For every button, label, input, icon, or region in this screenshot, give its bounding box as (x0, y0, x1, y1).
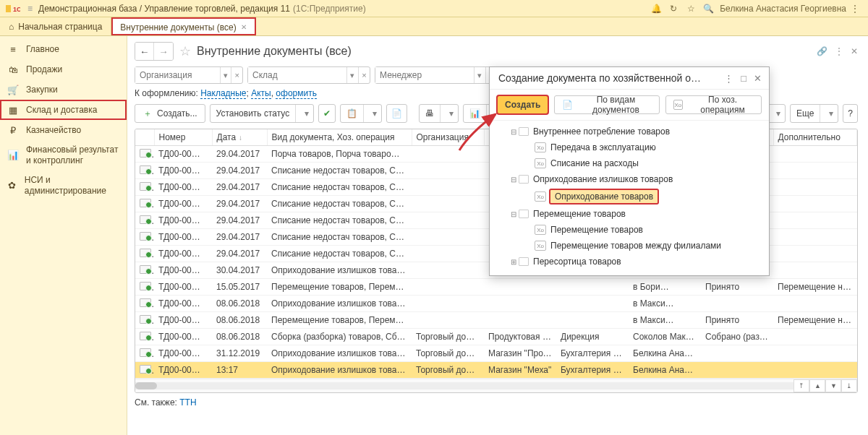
column-header[interactable]: Организация (412, 129, 484, 146)
filter-warehouse[interactable]: ▾ × (247, 66, 370, 84)
tree-item[interactable]: ХоПередача в эксплуатацию (495, 139, 763, 155)
close-page-icon[interactable]: ✕ (851, 46, 858, 56)
sidebar-item-purchases[interactable]: 🛒 Закупки (0, 79, 127, 100)
bell-icon[interactable]: 🔔 (647, 0, 665, 17)
sidebar-item-finance[interactable]: 📊 Финансовый результат и контроллинг (0, 140, 127, 171)
sidebar-item-treasury[interactable]: ₽ Казначейство (0, 120, 127, 140)
filter-manager-input[interactable] (375, 67, 474, 83)
pending-link-create[interactable]: оформить (276, 88, 317, 99)
chevron-down-icon[interactable]: ▾ (825, 108, 838, 119)
cell-dept (556, 279, 629, 296)
clear-icon[interactable]: × (231, 67, 242, 83)
tab-internal-docs[interactable]: Внутренние документы (все) ✕ (111, 17, 255, 35)
chevron-down-icon[interactable]: ▾ (772, 108, 785, 119)
close-icon[interactable]: ✕ (754, 73, 762, 84)
nav-forward-button[interactable]: → (154, 43, 173, 60)
cell-kind: Перемещение товаров, Перем… (267, 279, 412, 296)
tree-toggle-icon[interactable]: ⊞ (509, 258, 519, 266)
overflow-icon[interactable]: ⋮ (846, 0, 864, 17)
horizontal-scrollbar[interactable] (135, 382, 793, 389)
menu-dots-icon[interactable]: ⋮ (835, 46, 843, 56)
sidebar-item-nsi[interactable]: ✿ НСИ и администрирование (0, 171, 127, 201)
pending-link-naklad[interactable]: Накладные (200, 88, 246, 99)
chevron-down-icon[interactable]: ▾ (445, 108, 458, 119)
sidebar-item-label: Продажи (26, 64, 62, 74)
star-icon[interactable]: ☆ (682, 0, 699, 17)
tree-item[interactable]: ХоПеремещение товаров (495, 222, 763, 238)
link-icon[interactable]: 🔗 (817, 46, 827, 56)
maximize-icon[interactable]: □ (741, 73, 746, 84)
dialog-by-doc-button[interactable]: 📄 По видам документов (554, 95, 659, 114)
column-header[interactable]: Номер (154, 129, 212, 146)
clipboard-button[interactable]: 📋 ▾ (340, 104, 382, 123)
cell-icon (135, 196, 154, 212)
operation-tree[interactable]: ⊟Внутреннее потребление товаровХоПередач… (490, 120, 769, 275)
scroll-bottom-button[interactable]: ⤓ (841, 379, 857, 392)
column-header[interactable]: Дополнительно (773, 129, 857, 146)
column-header[interactable]: Дата↓ (212, 129, 267, 146)
filter-manager[interactable]: ▾ × (375, 66, 498, 84)
clear-icon[interactable]: × (358, 67, 370, 83)
app-subtitle: (1С:Предприятие) (293, 4, 366, 14)
tab-start-page[interactable]: ⌂ Начальная страница (0, 17, 111, 35)
tree-item[interactable]: ХоОприходование товаров (495, 187, 763, 206)
scroll-top-button[interactable]: ⤒ (793, 379, 809, 392)
table-row[interactable]: ТД00-00…15.05.2017Перемещение товаров, П… (135, 279, 857, 296)
history-icon[interactable]: ↻ (665, 0, 682, 17)
filter-organization[interactable]: ▾ × (135, 66, 243, 84)
tree-folder[interactable]: ⊟Оприходование излишков товаров (495, 171, 763, 187)
sidebar-item-warehouse[interactable]: ▦ Склад и доставка (0, 100, 127, 120)
filter-warehouse-input[interactable] (248, 67, 346, 83)
cell-date: 15.05.2017 (212, 279, 267, 296)
table-row[interactable]: ТД00-00…08.06.2018Перемещение товаров, П… (135, 312, 857, 329)
scroll-down-button[interactable]: ▼ (825, 379, 841, 392)
tree-folder[interactable]: ⊟Перемещение товаров (495, 206, 763, 222)
tree-folder[interactable]: ⊞Пересортица товаров (495, 254, 763, 270)
tree-toggle-icon[interactable]: ⊟ (509, 128, 519, 136)
dialog-by-op-label: По хоз. операциям (692, 95, 754, 115)
column-header[interactable] (135, 129, 154, 146)
more-button[interactable]: Еще ▾ (790, 104, 838, 123)
chevron-down-icon[interactable]: ▾ (300, 108, 313, 119)
tree-toggle-icon[interactable]: ⊟ (509, 176, 519, 184)
clipboard-icon: 📋 (346, 108, 357, 119)
dropdown-icon[interactable]: ▾ (346, 67, 358, 83)
document-icon (140, 365, 151, 374)
dropdown-icon[interactable]: ▾ (474, 67, 485, 83)
tree-folder[interactable]: ⊟Внутреннее потребление товаров (495, 124, 763, 139)
menu-dots-icon[interactable]: ⋮ (724, 73, 733, 84)
print-button[interactable]: 🖶 ▾ (419, 104, 459, 123)
cell-add (773, 179, 857, 196)
close-icon[interactable]: ✕ (241, 23, 247, 31)
sidebar-item-main[interactable]: ≡ Главное (0, 39, 127, 59)
main-menu-icon[interactable]: ≡ (22, 4, 38, 14)
pending-link-acts[interactable]: Акты (251, 88, 271, 99)
tree-toggle-icon[interactable]: ⊟ (509, 210, 519, 218)
tree-item[interactable]: ХоПеремещение товаров между филиалами (495, 238, 763, 254)
cell-num: ТД00-00… (154, 329, 212, 345)
scroll-up-button[interactable]: ▲ (809, 379, 825, 392)
set-status-button[interactable]: Установить статус ▾ (210, 104, 315, 123)
table-row[interactable]: ТД00-00…31.12.2019Оприходование излишков… (135, 345, 857, 362)
vertical-nav-buttons: ⤒ ▲ ▼ ⤓ (793, 379, 857, 392)
dialog-create-button[interactable]: Создать (497, 95, 548, 114)
column-header[interactable]: Вид документа, Хоз. операция (267, 129, 412, 146)
duplicate-button[interactable]: 📄 (386, 104, 407, 123)
footnote-link[interactable]: ТТН (179, 397, 196, 408)
filter-organization-input[interactable] (135, 67, 220, 83)
favorite-toggle[interactable]: ☆ (179, 43, 191, 59)
chevron-down-icon[interactable]: ▾ (368, 108, 381, 119)
table-row[interactable]: ТД00-00…13:17Оприходование излишков това… (135, 362, 857, 379)
help-button[interactable]: ? (843, 104, 858, 123)
sidebar-item-sales[interactable]: 🛍 Продажи (0, 59, 127, 79)
create-button[interactable]: ＋ Создать... (135, 104, 205, 123)
table-row[interactable]: ТД00-00…08.06.2018Оприходование излишков… (135, 296, 857, 312)
search-icon[interactable]: 🔍 (699, 0, 717, 17)
ok-button[interactable]: ✔ (318, 104, 336, 123)
dropdown-icon[interactable]: ▾ (220, 67, 231, 83)
nav-back-button[interactable]: ← (135, 43, 154, 60)
table-row[interactable]: ТД00-00…08.06.2018Сборка (разборка) това… (135, 329, 857, 345)
cell-icon (135, 362, 154, 379)
dialog-by-op-button[interactable]: Хо По хоз. операциям (665, 95, 762, 114)
tree-item[interactable]: ХоСписание на расходы (495, 155, 763, 171)
